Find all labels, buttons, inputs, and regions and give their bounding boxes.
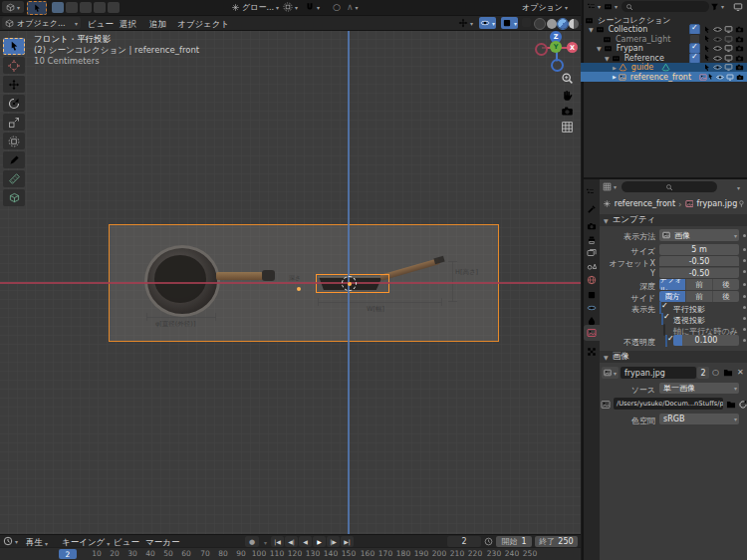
breadcrumb-object[interactable]: reference_front	[615, 199, 675, 208]
outliner-row-reference-front[interactable]: ▶ reference_front	[581, 72, 747, 82]
options-dropdown[interactable]: オプション ▾	[522, 1, 568, 13]
depth-option-default[interactable]: デフォル..	[659, 279, 686, 290]
menu-view[interactable]: ビュー	[88, 19, 114, 31]
hide-eye-icon[interactable]	[713, 63, 722, 72]
hide-eye-icon[interactable]	[713, 54, 722, 63]
pivot-point-dropdown[interactable]: ▾	[283, 2, 298, 12]
selectable-cursor-icon[interactable]	[703, 64, 711, 72]
side-option-back[interactable]: 後	[713, 291, 739, 302]
disable-viewport-icon[interactable]	[724, 35, 733, 44]
tab-output[interactable]	[587, 235, 597, 245]
source-dropdown[interactable]: 単一画像 ▾	[659, 383, 739, 394]
outliner-row-reference[interactable]: ▼ Reference	[581, 53, 747, 63]
filepath-reload-icon[interactable]	[738, 400, 747, 410]
transform-orientation-dropdown[interactable]: グロー... ▾	[231, 1, 279, 14]
play-button[interactable]: ▶	[313, 536, 326, 547]
breadcrumb-data[interactable]: frypan.jpg	[696, 199, 737, 208]
empty-panel-header[interactable]: ▼ エンプティ	[600, 214, 747, 226]
gizmo-axis-x-ball[interactable]: X	[567, 42, 578, 53]
mode-dropdown[interactable]: オブジェク... ▾	[2, 17, 81, 29]
outliner-row-scene-collection[interactable]: シーンコレクション	[581, 15, 747, 25]
pin-icon[interactable]	[737, 199, 746, 208]
viewport-zoom-icon[interactable]	[561, 72, 574, 85]
viewport-ortho-grid-icon[interactable]	[561, 121, 574, 134]
image-panel-header[interactable]: ▼ 画像	[600, 351, 747, 363]
tool-scale-button[interactable]	[3, 114, 25, 131]
disable-viewport-icon[interactable]	[726, 73, 734, 82]
tool-transform-button[interactable]	[3, 133, 25, 149]
navigation-gizmo[interactable]: Z X Y	[533, 31, 579, 71]
tab-constraints[interactable]	[587, 303, 597, 313]
next-keyframe-button[interactable]: |▶	[327, 536, 340, 547]
outliner-options-icon[interactable]	[733, 2, 743, 12]
tool-annotate-button[interactable]	[3, 151, 25, 168]
select-mode-invert-button[interactable]	[94, 2, 106, 13]
select-mode-intersect-button[interactable]	[108, 2, 120, 13]
disable-render-camera-icon[interactable]	[735, 54, 744, 63]
selectable-cursor-icon[interactable]	[703, 54, 711, 62]
disclosure-icon[interactable]: ▶	[613, 74, 617, 80]
tab-world[interactable]	[587, 275, 597, 285]
filepath-browse-folder-icon[interactable]	[726, 400, 736, 410]
gizmo-toggle-dropdown[interactable]: ▾	[458, 18, 473, 28]
animate-dot[interactable]	[743, 234, 746, 237]
tool-move-button[interactable]	[3, 76, 25, 93]
select-mode-subtract-button[interactable]	[80, 2, 92, 13]
size-field[interactable]: 5 m	[659, 244, 739, 255]
animate-dot[interactable]	[743, 306, 746, 309]
menu-object[interactable]: オブジェクト	[177, 19, 229, 31]
disclosure-icon[interactable]: ▼	[597, 45, 602, 52]
shading-material-button[interactable]	[558, 19, 568, 29]
gizmo-axis-y-ball[interactable]: Y	[550, 41, 562, 53]
gizmo-axis-negz-ball[interactable]	[551, 59, 564, 72]
viewport-camera-view-icon[interactable]	[561, 105, 574, 118]
disclosure-icon[interactable]: ▼	[605, 55, 610, 62]
offset-x-field[interactable]: -0.50	[659, 256, 739, 266]
properties-search-input[interactable]	[622, 181, 717, 192]
falloff-dropdown[interactable]: ∧ ▾	[347, 2, 359, 12]
viewport-3d[interactable]: φ[直径(外径)] W[幅] H[高さ] 深さ フロント・平行投影 (2) シー…	[0, 31, 581, 534]
tab-tool[interactable]	[587, 204, 597, 214]
tool-add-primitive-button[interactable]	[3, 189, 25, 206]
disable-render-camera-icon[interactable]	[735, 44, 744, 53]
side-option-front[interactable]: 前	[686, 291, 713, 302]
hide-eye-icon[interactable]	[716, 73, 724, 82]
hide-eye-icon[interactable]	[713, 25, 722, 34]
properties-editor-type-button[interactable]	[586, 187, 595, 196]
jump-to-start-button[interactable]: |◀	[271, 536, 284, 547]
record-options-arrow-icon[interactable]: ▾	[264, 539, 267, 546]
shading-wireframe-button[interactable]	[534, 18, 546, 30]
open-image-folder-icon[interactable]	[723, 368, 733, 378]
outliner-display-mode-button[interactable]: ▾	[587, 2, 601, 11]
animate-dot[interactable]	[743, 339, 746, 342]
prev-keyframe-button[interactable]: ◀|	[285, 536, 298, 547]
timeline-editor-type-button[interactable]: ▾	[3, 536, 18, 546]
hide-eye-icon[interactable]	[713, 35, 722, 44]
outliner-row-frypan[interactable]: ▼ Frypan	[581, 44, 747, 54]
outliner-row-guide[interactable]: ▶ guide	[581, 63, 747, 73]
proportional-edit-icon[interactable]: ○	[333, 2, 341, 12]
gizmo-axis-negx-ball[interactable]	[535, 43, 548, 56]
image-browse-button[interactable]: ▾	[602, 367, 619, 379]
disable-viewport-icon[interactable]	[724, 44, 733, 53]
viewport-pan-hand-icon[interactable]	[561, 89, 574, 102]
animate-dot[interactable]	[743, 328, 746, 331]
hide-eye-icon[interactable]	[713, 44, 722, 53]
xray-toggle-dropdown[interactable]: ▾	[501, 17, 518, 29]
auto-key-record-button[interactable]: ●	[245, 536, 259, 547]
playhead-badge[interactable]: 2	[59, 549, 77, 559]
disclosure-icon[interactable]: ▼	[589, 26, 594, 33]
image-name-field[interactable]: frypan.jpg	[621, 367, 696, 379]
current-frame-field[interactable]: 2	[447, 536, 481, 547]
tool-cursor-button[interactable]	[3, 57, 25, 74]
depth-option-back[interactable]: 後	[713, 279, 739, 290]
depth-option-front[interactable]: 前	[686, 279, 713, 290]
tab-object[interactable]	[587, 290, 597, 300]
active-tool-button[interactable]	[27, 1, 47, 15]
outliner-filter-button[interactable]: ▾	[710, 2, 724, 11]
disable-render-camera-icon[interactable]	[735, 25, 744, 34]
offset-y-field[interactable]: -0.50	[659, 267, 739, 278]
tab-object-data[interactable]	[587, 328, 597, 338]
render-preview-button[interactable]	[522, 18, 531, 27]
disable-render-camera-icon[interactable]	[735, 63, 744, 72]
